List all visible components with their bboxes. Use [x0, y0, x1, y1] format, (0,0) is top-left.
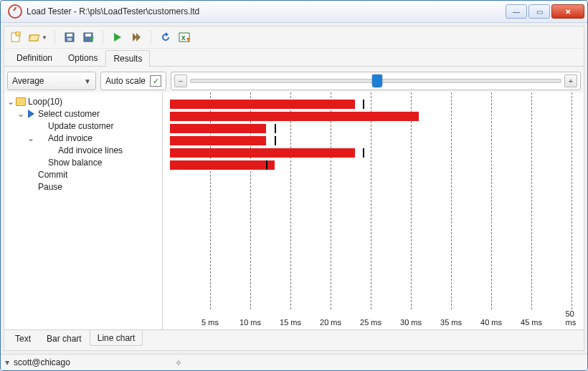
autoscale-toggle[interactable]: Auto scale ✓ — [100, 72, 166, 90]
status-user: scott@chicago — [14, 357, 70, 367]
tree-item-add-invoice-lines[interactable]: Add invoice lines — [6, 144, 161, 156]
autoscale-label: Auto scale — [105, 76, 146, 86]
bar-update-customer — [170, 112, 419, 121]
tree-item-show-balance[interactable]: Show balance — [6, 156, 161, 168]
open-dropdown-icon[interactable]: ▼ — [42, 34, 47, 41]
bar-add-invoice — [170, 124, 266, 133]
bottom-tabs: Text Bar chart Line chart — [4, 329, 584, 350]
close-button[interactable]: ✕ — [551, 4, 584, 19]
svg-text:x: x — [181, 34, 186, 42]
top-tabs: Definition Options Results — [4, 49, 584, 66]
results-pane: Average ▼ Auto scale ✓ − + ⌄Loop(10) — [4, 66, 584, 350]
tree-item-commit[interactable]: Commit — [6, 168, 161, 180]
zoom-slider[interactable]: − + — [171, 72, 581, 90]
step-icon — [38, 122, 44, 130]
main-toolbar: ▼ x — [4, 26, 584, 49]
tree-item-add-invoice[interactable]: ⌄Add invoice — [6, 132, 161, 144]
refresh-icon[interactable] — [158, 30, 173, 44]
metric-combo[interactable]: Average ▼ — [7, 72, 96, 90]
svg-marker-12 — [136, 33, 141, 42]
open-icon[interactable] — [27, 30, 42, 44]
svg-marker-10 — [114, 33, 121, 42]
svg-rect-5 — [67, 34, 72, 37]
metric-value: Average — [12, 76, 44, 86]
bottom-tab-bar[interactable]: Bar chart — [39, 332, 90, 347]
folder-icon — [16, 97, 26, 106]
tree-item-select-customer[interactable]: ⌄Select customer — [6, 107, 161, 120]
tab-options[interactable]: Options — [60, 49, 105, 66]
svg-rect-1 — [16, 32, 20, 36]
svg-marker-3 — [29, 35, 39, 41]
bottom-tab-text[interactable]: Text — [7, 332, 39, 347]
chart-xaxis: 5 ms10 ms15 ms20 ms25 ms30 ms35 ms40 ms4… — [163, 311, 584, 327]
toolbar-separator — [151, 30, 151, 44]
step-icon — [28, 170, 34, 179]
tree-root[interactable]: ⌄Loop(10) — [6, 95, 161, 107]
bar-commit — [170, 160, 275, 170]
results-controls: Average ▼ Auto scale ✓ − + — [4, 67, 584, 92]
new-icon[interactable] — [9, 30, 23, 44]
step-icon — [28, 183, 34, 191]
titlebar[interactable]: Load Tester - R:\pls\LoadTester\customer… — [1, 1, 587, 23]
minimize-button[interactable]: — — [506, 4, 527, 19]
bottom-tab-line[interactable]: Line chart — [90, 331, 143, 346]
step-icon — [38, 134, 44, 143]
results-main: ⌄Loop(10) ⌄Select customer Update custom… — [4, 92, 584, 329]
tab-results[interactable]: Results — [105, 50, 150, 67]
zoom-out-button[interactable]: − — [174, 74, 187, 87]
maximize-button[interactable]: ▭ — [528, 4, 550, 19]
svg-rect-6 — [67, 38, 72, 41]
tree-item-pause[interactable]: Pause — [6, 180, 161, 193]
chevron-down-icon[interactable]: ▾ — [5, 357, 9, 367]
play-icon — [28, 110, 34, 118]
chart-bars — [163, 97, 584, 170]
run-icon[interactable] — [110, 30, 125, 44]
save-as-icon[interactable] — [81, 30, 95, 44]
toolbar-separator — [54, 30, 55, 44]
run-fast-icon[interactable] — [129, 30, 143, 44]
app-icon — [8, 4, 22, 19]
bar-add-invoice-lines — [170, 136, 266, 145]
svg-rect-8 — [85, 34, 91, 37]
toolbar-separator — [103, 30, 103, 44]
tree-item-update-customer[interactable]: Update customer — [6, 120, 161, 132]
zoom-thumb[interactable] — [372, 74, 382, 87]
autoscale-checkbox[interactable]: ✓ — [150, 75, 161, 87]
tab-definition[interactable]: Definition — [9, 49, 60, 66]
export-excel-icon[interactable]: x — [177, 30, 191, 44]
step-icon — [38, 158, 44, 167]
bar-show-balance — [170, 148, 355, 158]
window-title: Load Tester - R:\pls\LoadTester\customer… — [27, 6, 506, 16]
step-icon — [48, 146, 54, 155]
tree-panel[interactable]: ⌄Loop(10) ⌄Select customer Update custom… — [4, 92, 163, 329]
window-buttons: — ▭ ✕ — [506, 4, 584, 19]
app-window: Load Tester - R:\pls\LoadTester\customer… — [0, 0, 588, 371]
save-icon[interactable] — [62, 30, 77, 44]
bar-select-customer — [170, 100, 355, 109]
content-area: ▼ x Definition Options Results Average ▼ — [4, 26, 584, 351]
chart-area: 5 ms10 ms15 ms20 ms25 ms30 ms35 ms40 ms4… — [163, 92, 584, 329]
zoom-in-button[interactable]: + — [564, 74, 577, 87]
status-bar: ▾ scott@chicago ⟡ — [1, 354, 587, 370]
zoom-track[interactable] — [190, 79, 561, 83]
chevron-down-icon: ▼ — [84, 77, 91, 85]
pin-icon[interactable]: ⟡ — [176, 357, 181, 367]
